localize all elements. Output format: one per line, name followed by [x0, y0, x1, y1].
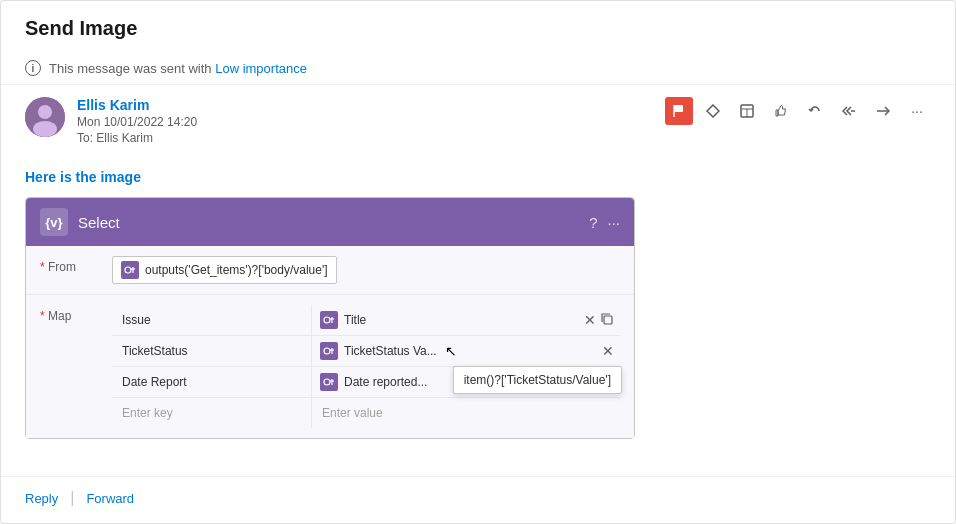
- select-card-body: From outputs('Get_items')?['bo: [26, 246, 634, 438]
- email-greeting: Here is the image: [25, 169, 931, 185]
- sender-info: Ellis Karim Mon 10/01/2022 14:20 To: Ell…: [77, 97, 197, 145]
- importance-text: This message was sent with Low importanc…: [49, 61, 307, 76]
- expression-tag[interactable]: outputs('Get_items')?['body/value']: [112, 256, 337, 284]
- like-button[interactable]: [767, 97, 795, 125]
- avatar: [25, 97, 65, 137]
- more-actions-button[interactable]: ···: [903, 97, 931, 125]
- svg-point-11: [324, 317, 330, 323]
- map-row-issue: Issue Title: [112, 305, 620, 336]
- sender-date: Mon 10/01/2022 14:20: [77, 115, 197, 129]
- email-actions: ···: [665, 97, 931, 125]
- select-card-header: {v} Select ? ···: [26, 198, 634, 246]
- help-icon[interactable]: ?: [589, 214, 597, 231]
- diamond-button[interactable]: [699, 97, 727, 125]
- flag-button[interactable]: [665, 97, 693, 125]
- cursor-indicator: ↖: [445, 343, 457, 359]
- svg-point-2: [33, 121, 57, 137]
- select-icon: {v}: [40, 208, 68, 236]
- svg-point-8: [125, 267, 131, 273]
- email-container: Send Image i This message was sent with …: [0, 0, 956, 524]
- select-card-title: {v} Select: [40, 208, 120, 236]
- from-label: From: [40, 256, 100, 274]
- map-row: Map Issue: [26, 295, 634, 438]
- svg-point-18: [324, 379, 330, 385]
- footer-divider: |: [70, 489, 74, 507]
- importance-bar: i This message was sent with Low importa…: [25, 52, 931, 84]
- sender-name: Ellis Karim: [77, 97, 197, 113]
- map-key-placeholder[interactable]: Enter key: [112, 398, 312, 428]
- select-more-icon[interactable]: ···: [607, 214, 620, 231]
- map-actions-ticketstatus: ✕: [596, 343, 620, 359]
- undo-button[interactable]: [801, 97, 829, 125]
- remove-ticketstatus-button[interactable]: ✕: [602, 343, 614, 359]
- ellipsis-icon: ···: [911, 103, 923, 119]
- remove-issue-button[interactable]: ✕: [584, 312, 596, 328]
- from-value: outputs('Get_items')?['body/value']: [112, 256, 620, 284]
- map-value-title[interactable]: Title: [312, 307, 578, 333]
- info-icon: i: [25, 60, 41, 76]
- copy-issue-button[interactable]: [600, 312, 614, 329]
- email-body: Here is the image {v} Select ? ···: [1, 157, 955, 476]
- ticketstatus-tooltip: item()?['TicketStatus/Value']: [453, 366, 622, 394]
- svg-rect-3: [674, 105, 683, 112]
- sender-to: To: Ellis Karim: [77, 131, 197, 145]
- reply-all-button[interactable]: [835, 97, 863, 125]
- map-key-datereport: Date Report: [112, 367, 312, 397]
- avatar-initials: [25, 97, 65, 137]
- map-grid-container: Issue Title: [112, 305, 620, 428]
- map-value-ticketstatus[interactable]: TicketStatus Va... ↖: [312, 338, 596, 364]
- from-row: From outputs('Get_items')?['bo: [26, 246, 634, 295]
- forward-button[interactable]: [869, 97, 897, 125]
- forward-link[interactable]: Forward: [86, 491, 134, 506]
- map-grid: Issue Title: [112, 305, 620, 428]
- map-row-enterkey: Enter key Enter value: [112, 398, 620, 428]
- map-value-placeholder[interactable]: Enter value: [312, 398, 393, 428]
- svg-point-1: [38, 105, 52, 119]
- map-key-issue: Issue: [112, 305, 312, 335]
- map-row-ticketstatus: TicketStatus Tic: [112, 336, 620, 367]
- select-title-label: Select: [78, 214, 120, 231]
- email-meta: Ellis Karim Mon 10/01/2022 14:20 To: Ell…: [1, 85, 955, 157]
- ticketstatus-icon: [320, 342, 338, 360]
- map-key-ticketstatus: TicketStatus: [112, 336, 312, 366]
- sender-section: Ellis Karim Mon 10/01/2022 14:20 To: Ell…: [25, 97, 197, 145]
- reply-link[interactable]: Reply: [25, 491, 58, 506]
- email-header: Send Image i This message was sent with …: [1, 1, 955, 85]
- map-actions-issue: ✕: [578, 312, 620, 329]
- email-footer: Reply | Forward: [1, 476, 955, 523]
- table-button[interactable]: [733, 97, 761, 125]
- title-icon: [320, 311, 338, 329]
- select-card: {v} Select ? ··· From: [25, 197, 635, 439]
- map-label: Map: [40, 305, 100, 323]
- page-title: Send Image: [25, 17, 931, 40]
- select-card-actions: ? ···: [589, 214, 620, 231]
- svg-rect-14: [604, 316, 612, 324]
- expression-text: outputs('Get_items')?['body/value']: [145, 263, 328, 277]
- datereport-icon: [320, 373, 338, 391]
- svg-point-15: [324, 348, 330, 354]
- expression-icon: [121, 261, 139, 279]
